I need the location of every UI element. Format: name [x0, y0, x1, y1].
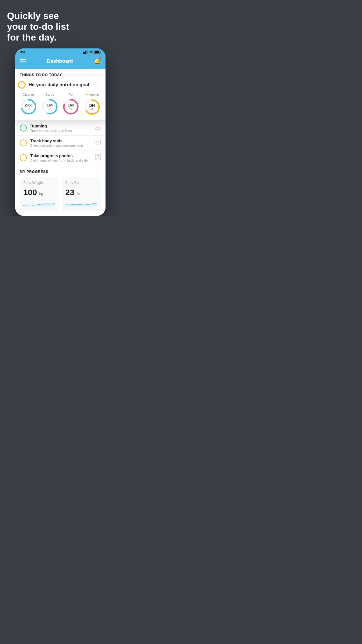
todo-subtitle-body-stats: Enter your weight and measurements [30, 144, 91, 147]
body-weight-value: 100 [23, 188, 37, 197]
body-weight-unit: kg [39, 192, 43, 196]
body-weight-card[interactable]: Body Weight 100 kg [20, 177, 59, 211]
svg-rect-15 [95, 140, 101, 144]
calories-label: Calories [23, 93, 34, 96]
carbs-col: Carbs 164 g [41, 93, 59, 116]
svg-rect-17 [96, 145, 99, 145]
protein-star-icon: ★ [85, 93, 88, 97]
todo-title-body-stats: Track body stats [30, 139, 91, 143]
todo-text-running: Running Track your stats (target: 5km) [30, 124, 91, 132]
notification-bell-icon[interactable]: 🔔 [94, 58, 101, 65]
todo-text-body-stats: Track body stats Enter your weight and m… [30, 139, 91, 147]
fat-unit: g [68, 107, 74, 110]
svg-rect-2 [85, 51, 86, 54]
protein-label: ★Protein [85, 93, 99, 97]
todo-title-running: Running [30, 124, 91, 128]
body-fat-unit: % [77, 192, 80, 196]
calories-ring: 2000 cal [20, 98, 37, 116]
calories-col: Calories 2000 cal [20, 93, 37, 116]
todo-subtitle-photos: Add images of your front, back, and side [30, 159, 92, 162]
svg-rect-3 [87, 50, 87, 54]
calories-unit: cal [25, 107, 33, 110]
body-weight-chart [23, 200, 55, 208]
body-weight-title: Body Weight [23, 181, 55, 185]
carbs-label: Carbs [45, 93, 54, 96]
header-title: Dashboard [47, 58, 73, 64]
phone-mockup: 9:41 [15, 48, 106, 216]
carbs-unit: g [47, 107, 53, 110]
todo-circle-photos [20, 154, 27, 161]
carbs-value: 164 [47, 104, 53, 107]
svg-point-19 [97, 155, 99, 157]
body-fat-value: 23 [65, 188, 74, 197]
progress-section: MY PROGRESS Body Weight 100 kg [15, 165, 106, 216]
todo-text-photos: Take progress photos Add images of your … [30, 153, 92, 162]
progress-header: MY PROGRESS [20, 170, 101, 174]
app-header: Dashboard 🔔 [15, 55, 106, 69]
running-shoe-icon [94, 125, 101, 132]
menu-icon[interactable] [20, 59, 26, 63]
calories-value: 2000 [25, 104, 33, 107]
time-display: 9:41 [20, 50, 27, 54]
body-fat-chart [65, 200, 97, 208]
protein-unit: g [89, 107, 95, 110]
todo-item-photos[interactable]: Take progress photos Add images of your … [15, 150, 106, 165]
nutrition-card: Hit your daily nutrition goal Calories [15, 76, 106, 120]
nutrition-check-circle[interactable] [18, 81, 26, 89]
protein-value: 164 [89, 104, 95, 107]
scale-icon [94, 139, 101, 147]
todo-circle-running [20, 125, 27, 132]
fat-value: 164 [68, 104, 74, 107]
fat-label: Fat [68, 93, 73, 96]
todo-circle-body-stats [20, 139, 27, 146]
nutrition-columns: Calories 2000 cal [18, 93, 103, 116]
fat-ring: 164 g [62, 98, 80, 116]
svg-rect-5 [95, 51, 99, 53]
svg-rect-16 [97, 144, 99, 145]
svg-rect-0 [83, 52, 84, 54]
carbs-ring: 164 g [41, 98, 59, 116]
status-icons [83, 50, 101, 54]
body-fat-card[interactable]: Body Fat 23 % [62, 177, 101, 211]
notification-dot [99, 57, 101, 59]
nutrition-card-title: Hit your daily nutrition goal [29, 82, 89, 88]
status-bar: 9:41 [15, 48, 106, 55]
todo-title-photos: Take progress photos [30, 153, 92, 158]
todo-subtitle-running: Track your stats (target: 5km) [30, 129, 91, 132]
body-fat-title: Body Fat [65, 181, 97, 185]
progress-cards: Body Weight 100 kg [20, 177, 101, 216]
svg-rect-1 [84, 52, 85, 54]
protein-ring: 164 g [83, 98, 101, 116]
todo-item-body-stats[interactable]: Track body stats Enter your weight and m… [15, 135, 106, 150]
battery-icon [94, 50, 101, 54]
svg-rect-6 [100, 52, 101, 53]
fat-col: Fat 164 g [62, 93, 80, 116]
hero-text: Quickly see your to-do list for the day. [0, 0, 121, 48]
todo-item-running[interactable]: Running Track your stats (target: 5km) [15, 120, 106, 135]
wifi-icon [89, 50, 93, 54]
person-icon [95, 154, 101, 162]
signal-icon [83, 50, 88, 54]
protein-col: ★Protein 164 g [83, 93, 101, 116]
